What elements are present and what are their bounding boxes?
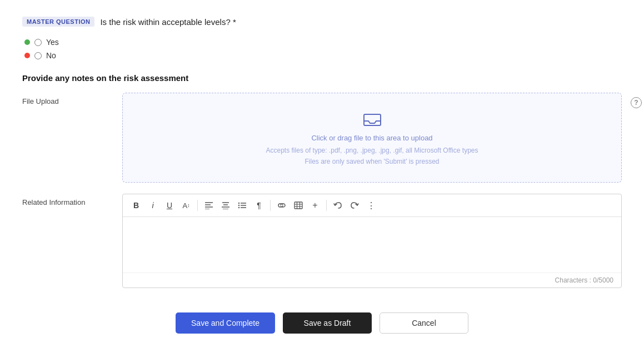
- svg-point-11: [238, 207, 239, 208]
- paragraph-button[interactable]: ¶: [251, 198, 267, 213]
- file-upload-sub-text: Accepts files of type: .pdf, .png, .jpeg…: [134, 147, 610, 154]
- related-info-label: Related Information: [22, 194, 111, 206]
- insert-button[interactable]: +: [307, 198, 323, 213]
- list-button[interactable]: [234, 198, 250, 213]
- master-question-badge: MASTER QUESTION: [22, 17, 94, 27]
- italic-button[interactable]: i: [145, 198, 161, 213]
- file-upload-label: File Upload: [22, 93, 111, 105]
- underline-button[interactable]: U: [162, 198, 177, 213]
- radio-item-no: No: [24, 51, 622, 60]
- related-info-editor-container: B i U A↕ ¶: [122, 194, 622, 288]
- file-upload-row: File Upload Click or drag file to this a…: [22, 93, 622, 183]
- file-upload-note: Files are only saved when 'Submit' is pr…: [134, 158, 610, 165]
- table-button[interactable]: [291, 198, 306, 213]
- toolbar-divider-3: [326, 200, 327, 211]
- section-title: Provide any notes on the risk assessment: [22, 73, 622, 83]
- upload-icon: [362, 110, 382, 129]
- no-dot: [24, 53, 30, 58]
- align-left-button[interactable]: [201, 198, 217, 213]
- help-icon[interactable]: ?: [631, 97, 642, 108]
- master-question-text: Is the risk within acceptable levels? *: [100, 17, 236, 27]
- risk-acceptable-radio-group: Yes No: [22, 38, 622, 60]
- editor-toolbar: B i U A↕ ¶: [123, 194, 621, 217]
- file-upload-main-text: Click or drag file to this area to uploa…: [134, 134, 610, 142]
- radio-no[interactable]: [34, 52, 42, 59]
- svg-point-10: [238, 205, 239, 206]
- rich-text-editor: B i U A↕ ¶: [122, 194, 622, 288]
- editor-content-area[interactable]: [123, 217, 621, 273]
- link-button[interactable]: [274, 198, 289, 213]
- char-count: Characters : 0/5000: [123, 273, 621, 288]
- radio-yes[interactable]: [34, 39, 42, 46]
- toolbar-divider-2: [270, 200, 271, 211]
- undo-button[interactable]: [330, 198, 346, 213]
- bold-button[interactable]: B: [128, 198, 144, 213]
- radio-no-label: No: [46, 51, 56, 60]
- save-complete-button[interactable]: Save and Complete: [176, 312, 275, 334]
- toolbar-divider-1: [197, 200, 198, 211]
- radio-yes-label: Yes: [46, 38, 59, 47]
- align-center-button[interactable]: [218, 198, 233, 213]
- radio-item-yes: Yes: [24, 38, 622, 47]
- cancel-button[interactable]: Cancel: [380, 312, 468, 334]
- font-size-button[interactable]: A↕: [178, 198, 194, 213]
- button-row: Save and Complete Save as Draft Cancel: [22, 299, 622, 345]
- redo-button[interactable]: [347, 198, 362, 213]
- master-question-row: MASTER QUESTION Is the risk within accep…: [22, 17, 622, 27]
- save-draft-button[interactable]: Save as Draft: [283, 312, 372, 334]
- file-upload-area[interactable]: Click or drag file to this area to uploa…: [122, 93, 622, 183]
- yes-dot: [24, 39, 30, 45]
- svg-rect-15: [294, 202, 302, 209]
- svg-point-9: [238, 203, 239, 204]
- related-info-row: Related Information B i U A↕: [22, 194, 622, 288]
- more-button[interactable]: ⋮: [363, 198, 379, 213]
